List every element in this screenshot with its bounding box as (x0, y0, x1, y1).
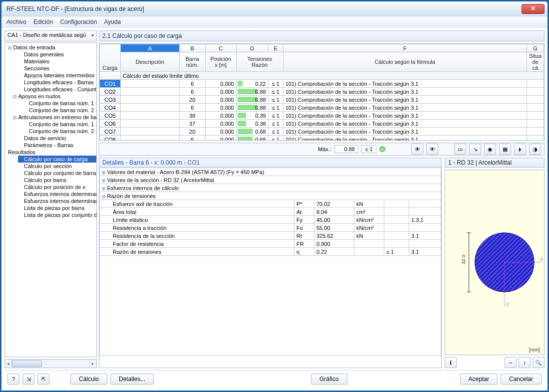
tree-item-calc-caso[interactable]: Cálculo por caso de carga (18, 156, 96, 163)
cell-x[interactable]: 0.000 (205, 104, 236, 112)
menu-ayuda[interactable]: Ayuda (104, 18, 121, 25)
cell-formula[interactable]: 101) Comprobación de la sección - Tracci… (283, 136, 527, 141)
nav-tree[interactable]: Datos de entrada Datos generales Materia… (4, 42, 97, 357)
ok-button[interactable]: Aceptar (460, 374, 498, 385)
cell-desc[interactable] (121, 96, 180, 104)
scroll-right-icon[interactable]: ▸ (89, 360, 96, 368)
tool-btn-5[interactable]: ⏵ (514, 144, 526, 155)
tree-item[interactable]: Secciones (18, 65, 96, 72)
cell-formula[interactable]: 101) Comprobación de la sección - Tracci… (283, 104, 527, 112)
tool-btn-6[interactable]: ◑ (529, 144, 541, 155)
import-button[interactable]: ⇱ (37, 374, 49, 385)
export-button[interactable]: ⇲ (22, 374, 34, 385)
cell-le1[interactable]: ≤ 1 (268, 88, 283, 96)
detail-node[interactable]: Valores del material - Acero B-284 (ASTM… (100, 168, 441, 176)
cell-ratio[interactable]: 0.38 (236, 120, 268, 128)
cell-barra[interactable]: 37 (179, 120, 205, 128)
tree-item[interactable]: Conjunto de barras núm. 2 - (23, 128, 96, 135)
cell-sit[interactable] (527, 128, 544, 136)
view-btn-1[interactable]: 👁 (411, 144, 423, 155)
cancel-button[interactable]: Cancelar (501, 374, 542, 385)
cell-formula[interactable]: 101) Comprobación de la sección - Tracci… (283, 128, 527, 136)
loadcase-combo[interactable]: CA1 - Diseño de metálicas segú (4, 30, 97, 41)
cell-ratio[interactable]: 0.88 (236, 88, 268, 96)
cell-desc[interactable] (121, 128, 180, 136)
cell-le1[interactable]: ≤ 1 (268, 80, 283, 88)
cell-ratio[interactable]: 0.22 (236, 80, 268, 88)
cell-barra[interactable]: 20 (179, 128, 205, 136)
tree-item[interactable]: Longitudes eficaces - Conjunto (18, 86, 96, 93)
cell-le1[interactable]: ≤ 1 (268, 96, 283, 104)
cell-barra[interactable]: 6 (179, 136, 205, 141)
col-C[interactable]: C (205, 44, 236, 52)
cell-sit[interactable] (527, 80, 544, 88)
cell-sit[interactable] (527, 96, 544, 104)
tree-item[interactable]: Cálculo por barra (18, 177, 96, 184)
row-label[interactable]: CO7 (100, 128, 121, 136)
row-label[interactable]: CO8 (100, 136, 121, 141)
tree-item[interactable]: Lista de piezas por barra (18, 204, 96, 211)
tree-item[interactable]: Conjunto de barras núm. 1 - (23, 121, 96, 128)
tree-item[interactable]: Conjunto de barras núm. 2 - (23, 107, 96, 114)
cell-barra[interactable]: 6 (179, 88, 205, 96)
cell-barra[interactable]: 38 (179, 112, 205, 120)
cell-formula[interactable]: 101) Comprobación de la sección - Tracci… (283, 112, 527, 120)
tree-apoyos-nudos[interactable]: Apoyos en nudos (5, 93, 96, 100)
tree-item[interactable]: Cálculo por conjunto de barras (18, 170, 96, 177)
tree-item[interactable]: Esfuerzos internos determinante (18, 197, 96, 204)
tool-btn-4[interactable]: ▦ (499, 144, 511, 155)
cell-ratio[interactable]: 0.68 (236, 136, 268, 141)
cell-x[interactable]: 0.000 (205, 96, 236, 104)
col-E[interactable]: E (268, 44, 283, 52)
tree-item[interactable]: Esfuerzos internos determinante (18, 191, 96, 197)
detail-node[interactable]: Esfuerzos internos de cálculo (100, 184, 441, 192)
col-B[interactable]: B (179, 44, 205, 52)
cell-barra[interactable]: 20 (179, 96, 205, 104)
row-label[interactable]: CO5 (100, 112, 121, 120)
tree-item[interactable]: Cálculo por posición de x (18, 184, 96, 191)
cell-sit[interactable] (527, 112, 544, 120)
tree-item[interactable]: Lista de piezas por conjunto de (18, 211, 96, 218)
cell-le1[interactable]: ≤ 1 (268, 128, 283, 136)
menu-archivo[interactable]: Archivo (6, 18, 26, 25)
cell-x[interactable]: 0.000 (205, 120, 236, 128)
cell-ratio[interactable]: 0.68 (236, 128, 268, 136)
col-F[interactable]: F (283, 44, 527, 52)
cell-le1[interactable]: ≤ 1 (268, 136, 283, 141)
tree-hscroll[interactable]: ◂ ▸ (4, 359, 97, 368)
cell-le1[interactable]: ≤ 1 (268, 104, 283, 112)
tree-item[interactable]: Materiales (18, 58, 96, 65)
cell-le1[interactable]: ≤ 1 (268, 112, 283, 120)
scroll-thumb[interactable] (12, 360, 42, 367)
cell-sit[interactable] (527, 104, 544, 112)
tree-root-resultados[interactable]: Resultados (5, 149, 96, 156)
cell-x[interactable]: 0.000 (205, 80, 236, 88)
tree-articulaciones[interactable]: Articulaciones en extremo de ba (5, 114, 96, 121)
col-A[interactable]: A (121, 44, 180, 52)
axis-btn-z[interactable]: ↕ (519, 357, 531, 368)
cell-desc[interactable] (121, 80, 180, 88)
menu-edicion[interactable]: Edición (33, 18, 53, 25)
cell-barra[interactable]: 6 (179, 104, 205, 112)
cell-x[interactable]: 0.000 (205, 88, 236, 96)
cell-desc[interactable] (121, 136, 180, 141)
col-D[interactable]: D (236, 44, 268, 52)
tree-item[interactable]: Longitudes eficaces - Barras (18, 79, 96, 86)
cell-formula[interactable]: 101) Comprobación de la sección - Tracci… (283, 96, 527, 104)
tool-btn-3[interactable]: ◉ (484, 144, 496, 155)
cell-sit[interactable] (527, 136, 544, 141)
info-button[interactable]: ℹ (445, 357, 457, 368)
tool-btn-2[interactable]: ↘ (469, 144, 481, 155)
tree-item[interactable]: Conjunto de barras núm. 1 - (23, 100, 96, 107)
row-label[interactable]: CO2 (100, 88, 121, 96)
grafico-button[interactable]: Gráfico (311, 374, 347, 385)
cell-formula[interactable]: 101) Comprobación de la sección - Tracci… (283, 120, 527, 128)
menu-configuracion[interactable]: Configuración (60, 18, 97, 25)
cell-desc[interactable] (121, 112, 180, 120)
cell-x[interactable]: 0.000 (205, 112, 236, 120)
detail-node[interactable]: Valores de la sección - RD 32 | ArcelorM… (100, 176, 441, 184)
cell-sit[interactable] (527, 120, 544, 128)
col-G[interactable]: G (527, 44, 544, 52)
detail-node-open[interactable]: Razón de tensiones (100, 192, 441, 200)
cell-le1[interactable]: ≤ 1 (268, 120, 283, 128)
